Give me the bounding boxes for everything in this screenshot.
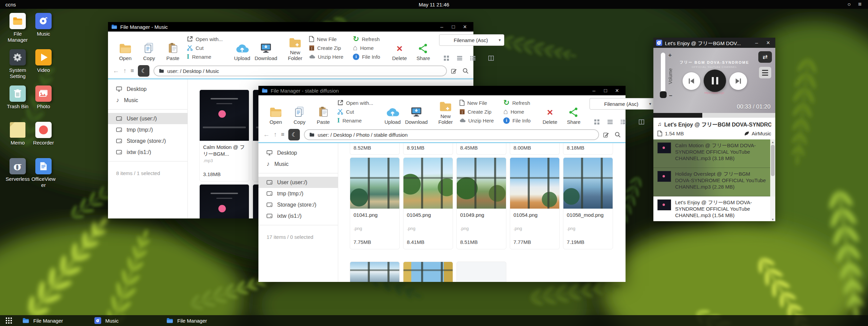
open-with-button[interactable]: Open with... — [187, 35, 223, 43]
playlist-item-current[interactable]: Let's Enjoy @ フリーBGM DOVA-SYNDROME OFFIC… — [653, 196, 775, 221]
file-card-01049[interactable]: 01049.png .png 8.51MB — [456, 157, 506, 249]
minimize-button[interactable]: – — [437, 23, 447, 31]
path-menu-icon[interactable]: ≡ — [281, 131, 285, 138]
new-file-button[interactable]: New File — [459, 98, 494, 107]
scroll-up-icon[interactable]: ▴ — [772, 140, 774, 144]
sidebar-item-storage-drive[interactable]: Storage (store:/) — [108, 135, 187, 147]
refresh-button[interactable]: ↻ Refresh — [353, 35, 380, 43]
file-info-button[interactable]: i File Info — [353, 52, 380, 61]
minimize-button[interactable]: – — [589, 87, 599, 94]
up-icon[interactable]: ↑ — [123, 67, 127, 75]
scrollbar-thumb[interactable] — [771, 145, 775, 176]
sidebar-item-music[interactable]: ♪ Music — [258, 158, 338, 170]
file-card-01041[interactable]: 01041.png .png 7.75MB — [350, 157, 400, 249]
home-button[interactable]: ⌂ Home — [503, 107, 530, 116]
back-icon[interactable]: ← — [113, 67, 119, 75]
path-input[interactable]: user: / Desktop / Music — [153, 65, 447, 76]
view-list-icon[interactable] — [457, 56, 462, 61]
open-with-button[interactable]: Open with... — [337, 98, 373, 107]
desktop-icon-recorder[interactable]: Recorder — [31, 122, 56, 158]
view-column-icon[interactable] — [639, 119, 644, 124]
rename-button[interactable]: I Rename — [337, 116, 373, 125]
copy-button[interactable]: Copy — [288, 97, 311, 126]
open-button[interactable]: Open — [265, 97, 287, 126]
paste-button[interactable]: Paste — [162, 34, 184, 62]
up-icon[interactable]: ↑ — [274, 131, 277, 138]
dark-mode-moon-icon[interactable]: ☾ — [138, 65, 149, 77]
power-icon[interactable]: ○ — [847, 1, 851, 7]
new-file-button[interactable]: New File — [309, 35, 343, 43]
title-bar[interactable]: File Manager - Music – □ × — [108, 22, 473, 32]
dark-mode-moon-icon[interactable]: ☾ — [288, 129, 300, 140]
home-button[interactable]: ⌂ Home — [353, 43, 380, 52]
download-button[interactable]: Download — [255, 34, 277, 62]
progress-bar[interactable] — [653, 113, 775, 118]
delete-button[interactable]: × Delete — [539, 97, 561, 126]
new-folder-button[interactable]: New Folder — [284, 34, 306, 62]
file-card-partial[interactable]: 8.00MB — [510, 143, 560, 155]
sidebar-item-tmp-drive[interactable]: tmp (tmp:/) — [108, 124, 187, 135]
close-button[interactable]: × — [764, 39, 773, 46]
path-input[interactable]: user: / Desktop / Photo / stable diffusi… — [304, 129, 599, 140]
sidebar-item-desktop[interactable]: Desktop — [258, 147, 338, 158]
taskbar-item-music[interactable]: Music — [90, 315, 162, 326]
copy-button[interactable]: Copy — [138, 34, 160, 62]
file-card-partial[interactable]: 8.91MB — [403, 143, 453, 155]
file-card-01045[interactable]: 01045.png .png 8.41MB — [403, 157, 453, 249]
desktop-icon-serverless[interactable]: σ Serverless — [5, 158, 31, 194]
pause-button[interactable] — [704, 70, 726, 92]
view-detail-icon[interactable] — [621, 119, 626, 124]
file-card-partial[interactable] — [456, 262, 506, 282]
view-grid-icon[interactable] — [594, 119, 599, 124]
playlist-item[interactable]: Calm Motion @ フリーBGM DOVA-SYNDROME OFFIC… — [653, 139, 775, 168]
maximize-button[interactable]: □ — [448, 23, 458, 31]
edit-path-icon[interactable] — [451, 68, 457, 74]
volume-slider-knob[interactable] — [660, 91, 667, 98]
back-icon[interactable]: ← — [263, 131, 270, 138]
view-grid-icon[interactable] — [444, 56, 449, 61]
view-column-icon[interactable] — [488, 56, 494, 61]
unzip-here-button[interactable]: Unzip Here — [459, 116, 494, 125]
file-info-button[interactable]: i File Info — [503, 116, 530, 125]
minimize-button[interactable]: – — [752, 39, 761, 46]
scroll-down-icon[interactable]: ▾ — [772, 217, 774, 221]
share-button[interactable]: Share — [412, 34, 434, 62]
desktop-icon-video[interactable]: Video — [31, 49, 56, 85]
cut-button[interactable]: Cut — [187, 43, 223, 52]
share-button[interactable]: Share — [562, 97, 585, 126]
maximize-button[interactable]: □ — [600, 87, 611, 94]
paste-button[interactable]: Paste — [312, 97, 334, 126]
file-card-partial[interactable] — [199, 184, 249, 218]
refresh-button[interactable]: ↻ Refresh — [503, 98, 530, 107]
new-folder-button[interactable]: New Folder — [434, 97, 457, 126]
download-button[interactable]: Download — [405, 97, 428, 126]
close-button[interactable]: × — [460, 23, 470, 31]
desktop-icon-file-manager[interactable]: File Manager — [5, 13, 31, 49]
upload-button[interactable]: Upload — [231, 34, 253, 62]
sidebar-item-ixtw-drive[interactable]: ixtw (is1:/) — [258, 210, 338, 222]
edit-path-icon[interactable] — [603, 132, 609, 138]
title-bar[interactable]: File Manager - stable diffusion – □ × — [258, 86, 626, 95]
create-zip-button[interactable]: Create Zip — [459, 107, 494, 116]
file-card-partial[interactable]: 8.45MB — [456, 143, 506, 155]
path-menu-icon[interactable]: ≡ — [131, 68, 134, 74]
file-card-partial[interactable] — [350, 262, 400, 282]
view-list-icon[interactable] — [608, 119, 613, 124]
taskbar-item-file-manager-1[interactable]: File Manager — [18, 315, 90, 326]
app-launcher-button[interactable] — [0, 318, 18, 324]
taskbar-item-file-manager-2[interactable]: File Manager — [162, 315, 234, 326]
system-menu-icon[interactable]: ≡ — [858, 1, 862, 8]
desktop-icon-office-viewer[interactable]: OfficeViewer — [31, 158, 56, 194]
file-card-01058-mod[interactable]: 01058_mod.png .png 7.19MB — [563, 157, 613, 249]
cut-button[interactable]: Cut — [337, 107, 373, 116]
sidebar-item-desktop[interactable]: Desktop — [108, 83, 187, 95]
sidebar-item-user-drive[interactable]: User (user:/) — [258, 177, 338, 188]
playlist-toggle-button[interactable] — [759, 67, 771, 78]
sidebar-item-storage-drive[interactable]: Storage (store:/) — [258, 199, 338, 210]
sidebar-item-music[interactable]: ♪ Music — [108, 95, 187, 106]
open-button[interactable]: Open — [114, 34, 137, 62]
close-button[interactable]: × — [612, 87, 622, 94]
file-card-partial[interactable]: 8.52MB — [350, 143, 400, 155]
playlist-scrollbar[interactable]: ▴ ▾ — [770, 139, 775, 221]
next-track-button[interactable] — [729, 72, 747, 90]
